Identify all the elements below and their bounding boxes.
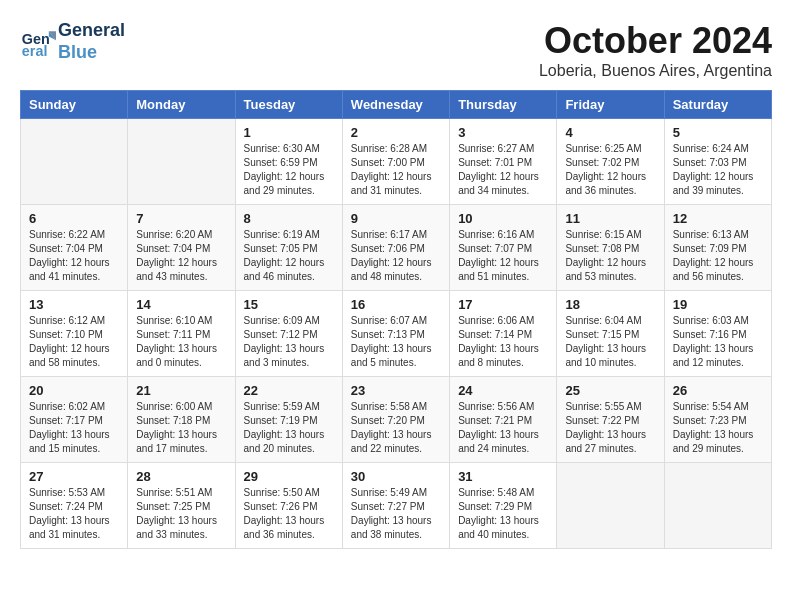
- calendar-cell: 30Sunrise: 5:49 AM Sunset: 7:27 PM Dayli…: [342, 463, 449, 549]
- calendar-cell: 24Sunrise: 5:56 AM Sunset: 7:21 PM Dayli…: [450, 377, 557, 463]
- day-details: Sunrise: 6:07 AM Sunset: 7:13 PM Dayligh…: [351, 314, 441, 370]
- calendar-cell: 17Sunrise: 6:06 AM Sunset: 7:14 PM Dayli…: [450, 291, 557, 377]
- calendar-cell: [664, 463, 771, 549]
- day-number: 15: [244, 297, 334, 312]
- calendar-cell: 18Sunrise: 6:04 AM Sunset: 7:15 PM Dayli…: [557, 291, 664, 377]
- week-row-4: 20Sunrise: 6:02 AM Sunset: 7:17 PM Dayli…: [21, 377, 772, 463]
- day-number: 17: [458, 297, 548, 312]
- day-number: 24: [458, 383, 548, 398]
- day-number: 13: [29, 297, 119, 312]
- day-number: 30: [351, 469, 441, 484]
- day-number: 9: [351, 211, 441, 226]
- location: Loberia, Buenos Aires, Argentina: [539, 62, 772, 80]
- weekday-header-row: SundayMondayTuesdayWednesdayThursdayFrid…: [21, 91, 772, 119]
- calendar-cell: 3Sunrise: 6:27 AM Sunset: 7:01 PM Daylig…: [450, 119, 557, 205]
- day-details: Sunrise: 6:28 AM Sunset: 7:00 PM Dayligh…: [351, 142, 441, 198]
- calendar-cell: [21, 119, 128, 205]
- day-details: Sunrise: 6:22 AM Sunset: 7:04 PM Dayligh…: [29, 228, 119, 284]
- day-details: Sunrise: 6:02 AM Sunset: 7:17 PM Dayligh…: [29, 400, 119, 456]
- day-details: Sunrise: 5:49 AM Sunset: 7:27 PM Dayligh…: [351, 486, 441, 542]
- day-details: Sunrise: 6:03 AM Sunset: 7:16 PM Dayligh…: [673, 314, 763, 370]
- day-number: 23: [351, 383, 441, 398]
- calendar-cell: 27Sunrise: 5:53 AM Sunset: 7:24 PM Dayli…: [21, 463, 128, 549]
- day-number: 18: [565, 297, 655, 312]
- day-details: Sunrise: 6:24 AM Sunset: 7:03 PM Dayligh…: [673, 142, 763, 198]
- day-number: 29: [244, 469, 334, 484]
- day-details: Sunrise: 6:04 AM Sunset: 7:15 PM Dayligh…: [565, 314, 655, 370]
- day-number: 2: [351, 125, 441, 140]
- calendar-cell: [557, 463, 664, 549]
- calendar-cell: 8Sunrise: 6:19 AM Sunset: 7:05 PM Daylig…: [235, 205, 342, 291]
- calendar-table: SundayMondayTuesdayWednesdayThursdayFrid…: [20, 90, 772, 549]
- day-details: Sunrise: 6:25 AM Sunset: 7:02 PM Dayligh…: [565, 142, 655, 198]
- weekday-header-wednesday: Wednesday: [342, 91, 449, 119]
- day-details: Sunrise: 6:20 AM Sunset: 7:04 PM Dayligh…: [136, 228, 226, 284]
- calendar-cell: 12Sunrise: 6:13 AM Sunset: 7:09 PM Dayli…: [664, 205, 771, 291]
- day-number: 10: [458, 211, 548, 226]
- day-details: Sunrise: 5:56 AM Sunset: 7:21 PM Dayligh…: [458, 400, 548, 456]
- week-row-5: 27Sunrise: 5:53 AM Sunset: 7:24 PM Dayli…: [21, 463, 772, 549]
- month-title: October 2024: [539, 20, 772, 62]
- calendar-cell: 22Sunrise: 5:59 AM Sunset: 7:19 PM Dayli…: [235, 377, 342, 463]
- week-row-2: 6Sunrise: 6:22 AM Sunset: 7:04 PM Daylig…: [21, 205, 772, 291]
- day-number: 25: [565, 383, 655, 398]
- day-number: 26: [673, 383, 763, 398]
- day-number: 20: [29, 383, 119, 398]
- day-details: Sunrise: 5:53 AM Sunset: 7:24 PM Dayligh…: [29, 486, 119, 542]
- day-details: Sunrise: 5:55 AM Sunset: 7:22 PM Dayligh…: [565, 400, 655, 456]
- day-number: 5: [673, 125, 763, 140]
- day-details: Sunrise: 6:00 AM Sunset: 7:18 PM Dayligh…: [136, 400, 226, 456]
- calendar-body: 1Sunrise: 6:30 AM Sunset: 6:59 PM Daylig…: [21, 119, 772, 549]
- svg-text:eral: eral: [22, 43, 48, 59]
- calendar-cell: 20Sunrise: 6:02 AM Sunset: 7:17 PM Dayli…: [21, 377, 128, 463]
- calendar-cell: 10Sunrise: 6:16 AM Sunset: 7:07 PM Dayli…: [450, 205, 557, 291]
- day-number: 7: [136, 211, 226, 226]
- day-number: 28: [136, 469, 226, 484]
- day-number: 16: [351, 297, 441, 312]
- weekday-header-sunday: Sunday: [21, 91, 128, 119]
- day-number: 14: [136, 297, 226, 312]
- day-details: Sunrise: 6:15 AM Sunset: 7:08 PM Dayligh…: [565, 228, 655, 284]
- title-block: October 2024 Loberia, Buenos Aires, Arge…: [539, 20, 772, 80]
- calendar-cell: 13Sunrise: 6:12 AM Sunset: 7:10 PM Dayli…: [21, 291, 128, 377]
- day-details: Sunrise: 5:59 AM Sunset: 7:19 PM Dayligh…: [244, 400, 334, 456]
- day-number: 6: [29, 211, 119, 226]
- day-details: Sunrise: 6:06 AM Sunset: 7:14 PM Dayligh…: [458, 314, 548, 370]
- weekday-header-friday: Friday: [557, 91, 664, 119]
- weekday-header-thursday: Thursday: [450, 91, 557, 119]
- day-details: Sunrise: 6:10 AM Sunset: 7:11 PM Dayligh…: [136, 314, 226, 370]
- calendar-cell: 26Sunrise: 5:54 AM Sunset: 7:23 PM Dayli…: [664, 377, 771, 463]
- calendar-cell: 25Sunrise: 5:55 AM Sunset: 7:22 PM Dayli…: [557, 377, 664, 463]
- day-details: Sunrise: 5:54 AM Sunset: 7:23 PM Dayligh…: [673, 400, 763, 456]
- calendar-cell: 28Sunrise: 5:51 AM Sunset: 7:25 PM Dayli…: [128, 463, 235, 549]
- calendar-cell: 11Sunrise: 6:15 AM Sunset: 7:08 PM Dayli…: [557, 205, 664, 291]
- day-number: 1: [244, 125, 334, 140]
- day-number: 27: [29, 469, 119, 484]
- calendar-cell: 9Sunrise: 6:17 AM Sunset: 7:06 PM Daylig…: [342, 205, 449, 291]
- calendar-cell: 2Sunrise: 6:28 AM Sunset: 7:00 PM Daylig…: [342, 119, 449, 205]
- day-number: 31: [458, 469, 548, 484]
- day-number: 21: [136, 383, 226, 398]
- calendar-cell: 6Sunrise: 6:22 AM Sunset: 7:04 PM Daylig…: [21, 205, 128, 291]
- day-number: 12: [673, 211, 763, 226]
- day-number: 4: [565, 125, 655, 140]
- week-row-3: 13Sunrise: 6:12 AM Sunset: 7:10 PM Dayli…: [21, 291, 772, 377]
- day-details: Sunrise: 6:30 AM Sunset: 6:59 PM Dayligh…: [244, 142, 334, 198]
- calendar-cell: 29Sunrise: 5:50 AM Sunset: 7:26 PM Dayli…: [235, 463, 342, 549]
- calendar-header: SundayMondayTuesdayWednesdayThursdayFrid…: [21, 91, 772, 119]
- calendar-cell: 14Sunrise: 6:10 AM Sunset: 7:11 PM Dayli…: [128, 291, 235, 377]
- day-details: Sunrise: 6:27 AM Sunset: 7:01 PM Dayligh…: [458, 142, 548, 198]
- calendar-cell: 5Sunrise: 6:24 AM Sunset: 7:03 PM Daylig…: [664, 119, 771, 205]
- day-details: Sunrise: 5:51 AM Sunset: 7:25 PM Dayligh…: [136, 486, 226, 542]
- day-number: 8: [244, 211, 334, 226]
- calendar-cell: 15Sunrise: 6:09 AM Sunset: 7:12 PM Dayli…: [235, 291, 342, 377]
- calendar-cell: 1Sunrise: 6:30 AM Sunset: 6:59 PM Daylig…: [235, 119, 342, 205]
- logo-text: General Blue: [58, 20, 125, 63]
- day-details: Sunrise: 6:19 AM Sunset: 7:05 PM Dayligh…: [244, 228, 334, 284]
- logo-icon: Gen eral: [20, 24, 56, 60]
- calendar-cell: 19Sunrise: 6:03 AM Sunset: 7:16 PM Dayli…: [664, 291, 771, 377]
- day-number: 22: [244, 383, 334, 398]
- day-details: Sunrise: 6:12 AM Sunset: 7:10 PM Dayligh…: [29, 314, 119, 370]
- page-header: Gen eral General Blue October 2024 Lober…: [20, 20, 772, 80]
- day-details: Sunrise: 5:48 AM Sunset: 7:29 PM Dayligh…: [458, 486, 548, 542]
